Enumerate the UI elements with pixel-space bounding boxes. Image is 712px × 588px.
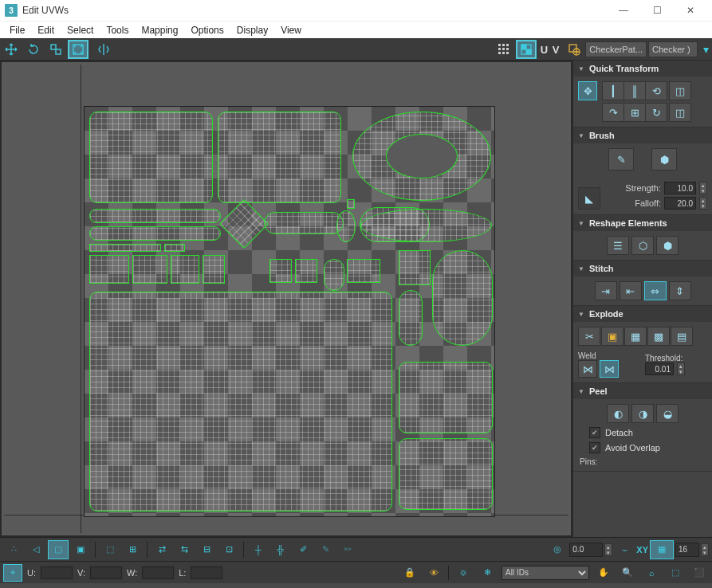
minimize-button[interactable]: — bbox=[607, 0, 640, 21]
align-vert-button[interactable]: ╬ bbox=[270, 540, 291, 559]
uv-island[interactable] bbox=[432, 250, 493, 346]
soft-falloff-icon[interactable]: ◎ bbox=[547, 540, 568, 559]
maximize-button[interactable]: ☐ bbox=[640, 0, 674, 21]
avoid-overlap-checkbox[interactable]: Avoid Overlap bbox=[578, 442, 707, 453]
close-button[interactable]: ✕ bbox=[674, 0, 707, 21]
uv-island[interactable] bbox=[295, 259, 317, 283]
stitch-source-button[interactable]: ⇥ bbox=[595, 281, 617, 300]
break-button[interactable]: ✂ bbox=[578, 327, 600, 346]
rotate-tool[interactable] bbox=[23, 40, 44, 59]
map-dropdown-b[interactable]: Checker ) bbox=[648, 41, 698, 57]
v-input[interactable] bbox=[90, 566, 122, 579]
rollout-header[interactable]: Stitch bbox=[573, 261, 712, 276]
ring-uv-button[interactable]: ⇆ bbox=[174, 540, 195, 559]
map-dropdown-a[interactable]: CheckerPat... bbox=[585, 41, 647, 57]
ring-xy-button[interactable]: ⊡ bbox=[218, 540, 239, 559]
weld-button[interactable]: ⋈ bbox=[578, 360, 597, 378]
menu-display[interactable]: Display bbox=[230, 23, 274, 37]
strength-spinner[interactable] bbox=[699, 182, 707, 194]
pan-icon[interactable]: ✋ bbox=[594, 564, 613, 582]
map-settings-icon[interactable] bbox=[564, 40, 584, 59]
uv-island-hole[interactable] bbox=[386, 134, 458, 178]
fit-button[interactable]: ◫ bbox=[669, 81, 691, 100]
falloff-space-label[interactable]: XY bbox=[636, 545, 648, 555]
flatten-button[interactable]: ▦ bbox=[624, 327, 647, 346]
detach-checkbox[interactable]: Detach bbox=[578, 427, 707, 438]
show-map-button[interactable] bbox=[516, 40, 537, 59]
menu-edit[interactable]: Edit bbox=[31, 23, 61, 37]
menu-select[interactable]: Select bbox=[61, 23, 100, 37]
strength-input[interactable] bbox=[664, 182, 696, 194]
peel-button[interactable]: ◑ bbox=[631, 404, 654, 423]
menu-mapping[interactable]: Mapping bbox=[135, 23, 184, 37]
pelt-button[interactable]: ◒ bbox=[656, 404, 679, 423]
zoom-region-icon[interactable]: ⌕ bbox=[642, 564, 661, 582]
grid-size-spinner[interactable] bbox=[701, 543, 709, 556]
l-input[interactable] bbox=[191, 566, 222, 579]
uv-island[interactable] bbox=[399, 290, 423, 346]
select-by-element-button[interactable]: ⬚ bbox=[100, 540, 120, 559]
menu-file[interactable]: File bbox=[3, 23, 31, 37]
relax-brush-button[interactable]: ⬢ bbox=[651, 148, 677, 171]
lock-icon[interactable]: 🔒 bbox=[400, 564, 419, 582]
flip-h-button[interactable]: ↷ bbox=[602, 103, 624, 122]
break-poly-button[interactable]: ▣ bbox=[601, 327, 623, 346]
rotate-cw-button[interactable]: ↻ bbox=[645, 103, 667, 122]
vertex-mode-button[interactable]: ∴ bbox=[3, 540, 24, 559]
uv-island[interactable] bbox=[324, 259, 344, 291]
uv-island[interactable] bbox=[399, 362, 493, 433]
uv-island[interactable] bbox=[89, 244, 161, 252]
stitch-custom-button[interactable]: ⇕ bbox=[669, 281, 691, 300]
w-input[interactable] bbox=[142, 566, 174, 579]
scale-tool[interactable] bbox=[45, 40, 66, 59]
zoom-icon[interactable]: 🔍 bbox=[618, 564, 637, 582]
falloff-input[interactable] bbox=[664, 197, 696, 210]
menu-tools[interactable]: Tools bbox=[100, 23, 135, 37]
paint-erase-button[interactable]: ✏ bbox=[337, 540, 358, 559]
uv-island[interactable] bbox=[269, 259, 292, 283]
mirror-tool[interactable] bbox=[93, 40, 114, 59]
face-mode-button[interactable]: ▢ bbox=[48, 540, 69, 559]
threshold-spinner[interactable] bbox=[677, 363, 685, 375]
uv-island[interactable] bbox=[89, 255, 129, 284]
map-dropdown-caret[interactable]: ▾ bbox=[700, 40, 711, 59]
rollout-header[interactable]: Peel bbox=[573, 383, 712, 399]
uv-island[interactable] bbox=[89, 112, 213, 203]
soft-falloff-input[interactable]: 0.0 bbox=[569, 543, 603, 557]
freeform-tool[interactable] bbox=[68, 40, 89, 59]
uv-island[interactable] bbox=[89, 226, 221, 241]
paint-move-button[interactable]: ✎ bbox=[608, 148, 634, 171]
align-right-button[interactable]: ⟲ bbox=[645, 81, 667, 100]
center-button[interactable]: ◫ bbox=[669, 103, 691, 122]
filter-icon[interactable]: ⛭ bbox=[454, 564, 473, 582]
quick-peel-button[interactable]: ◐ bbox=[607, 404, 629, 423]
weld-selected-button[interactable]: ⋈ bbox=[600, 360, 619, 378]
grid-snap-button[interactable]: ▦ bbox=[650, 540, 674, 559]
grow-selection-button[interactable]: ⊞ bbox=[122, 540, 143, 559]
flatten-mat-button[interactable]: ▩ bbox=[647, 327, 670, 346]
grid-size-input[interactable]: 16 bbox=[675, 543, 699, 557]
uv-island[interactable] bbox=[203, 255, 225, 284]
u-input[interactable] bbox=[41, 566, 73, 579]
menu-view[interactable]: View bbox=[274, 23, 308, 37]
loop-xy-button[interactable]: ⊟ bbox=[196, 540, 217, 559]
paint-options-button[interactable]: ✎ bbox=[315, 540, 336, 559]
uv-island[interactable] bbox=[360, 209, 492, 242]
pixel-grid-icon[interactable] bbox=[494, 40, 514, 59]
align-center-button[interactable]: ║ bbox=[623, 81, 646, 100]
uv-viewport[interactable] bbox=[4, 65, 568, 533]
snow-icon[interactable]: ❄ bbox=[478, 564, 497, 582]
uv-island[interactable] bbox=[218, 112, 341, 203]
brush-falloff-icon[interactable]: ◣ bbox=[578, 187, 600, 210]
rollout-header[interactable]: Reshape Elements bbox=[573, 215, 712, 231]
rollout-header[interactable]: Explode bbox=[573, 306, 712, 322]
uv-island[interactable] bbox=[89, 292, 392, 512]
move-center-button[interactable]: ✥ bbox=[578, 81, 597, 100]
paint-select-button[interactable]: ✐ bbox=[293, 540, 313, 559]
uv-island[interactable] bbox=[347, 259, 380, 283]
align-edge-button[interactable]: ┼ bbox=[248, 540, 269, 559]
uv-island[interactable] bbox=[399, 250, 431, 285]
align-left-button[interactable]: ┃ bbox=[602, 81, 624, 100]
threshold-input[interactable] bbox=[645, 363, 674, 375]
falloff-curve-icon[interactable]: ⌣ bbox=[614, 540, 635, 559]
